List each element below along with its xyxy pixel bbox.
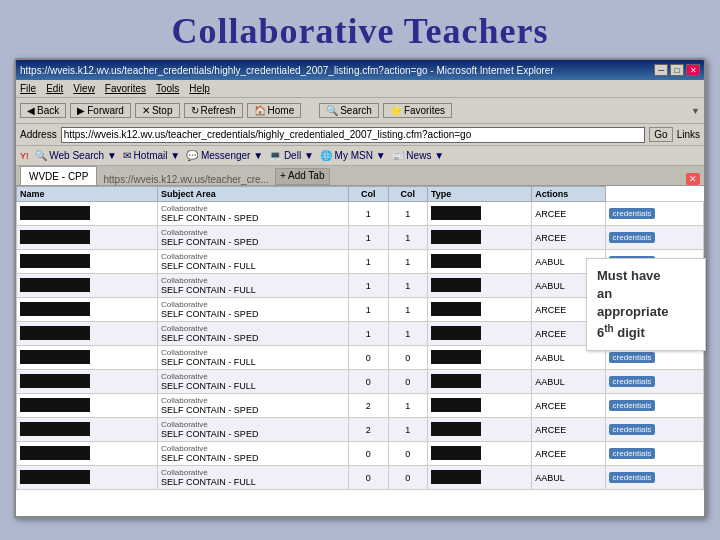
go-button[interactable]: Go [649, 127, 672, 142]
stop-button[interactable]: ✕ Stop [135, 103, 180, 118]
credentials-button[interactable]: credentials [609, 208, 656, 219]
cell-type: ARCEE [532, 226, 605, 250]
annotation-line2: an [597, 286, 612, 301]
menu-help[interactable]: Help [189, 83, 210, 94]
close-tab-button[interactable]: ✕ [686, 173, 700, 185]
cell-c4: 1 [388, 250, 427, 274]
col-redacted [431, 302, 481, 316]
address-input[interactable] [61, 127, 646, 143]
credentials-button[interactable]: credentials [609, 448, 656, 459]
cell-c4: 0 [388, 466, 427, 490]
name-redacted [20, 350, 90, 364]
cell-c3: 0 [349, 466, 388, 490]
fav-news[interactable]: 📰 News ▼ [392, 150, 444, 161]
table-row: CollaborativeSELF CONTAIN - SPED11ARCEEc… [17, 226, 704, 250]
name-redacted [20, 374, 90, 388]
tab-add-button[interactable]: + Add Tab [275, 168, 330, 185]
favorites-bar: Y! 🔍 Web Search ▼ ✉ Hotmail ▼ 💬 Messenge… [16, 146, 704, 166]
name-redacted [20, 278, 90, 292]
toolbar: ◀ Back ▶ Forward ✕ Stop ↻ Refresh 🏠 Home… [16, 98, 704, 124]
name-redacted [20, 422, 90, 436]
cell-action: credentials [605, 442, 703, 466]
close-button[interactable]: ✕ [686, 64, 700, 76]
menu-edit[interactable]: Edit [46, 83, 63, 94]
credentials-button[interactable]: credentials [609, 424, 656, 435]
col-header-actions: Actions [532, 187, 605, 202]
minimize-button[interactable]: ─ [654, 64, 668, 76]
cell-c4: 1 [388, 202, 427, 226]
menu-favorites[interactable]: Favorites [105, 83, 146, 94]
cell-c3: 0 [349, 442, 388, 466]
cell-hidden2 [427, 418, 531, 442]
cell-c4: 1 [388, 394, 427, 418]
tab-url-display[interactable]: https://wveis.k12.wv.us/teacher_cre... [99, 174, 272, 185]
forward-button[interactable]: ▶ Forward [70, 103, 131, 118]
cell-name-hidden [17, 322, 158, 346]
cell-c4: 0 [388, 346, 427, 370]
cell-name-hidden [17, 466, 158, 490]
col-redacted [431, 278, 481, 292]
cell-type: ARCEE [532, 418, 605, 442]
home-button[interactable]: 🏠 Home [247, 103, 302, 118]
credentials-button[interactable]: credentials [609, 232, 656, 243]
fav-messenger[interactable]: 💬 Messenger ▼ [186, 150, 263, 161]
cell-c3: 1 [349, 226, 388, 250]
annotation-sup: th [604, 323, 613, 334]
menu-file[interactable]: File [20, 83, 36, 94]
cell-hidden2 [427, 298, 531, 322]
cell-c4: 1 [388, 226, 427, 250]
col-redacted [431, 230, 481, 244]
cell-c3: 0 [349, 346, 388, 370]
credentials-button[interactable]: credentials [609, 376, 656, 387]
address-label: Address [20, 129, 57, 140]
menu-tools[interactable]: Tools [156, 83, 179, 94]
annotation-line5: digit [614, 325, 645, 340]
credentials-button[interactable]: credentials [609, 400, 656, 411]
search-button[interactable]: 🔍 Search [319, 103, 379, 118]
favorites-button[interactable]: ⭐ Favorites [383, 103, 452, 118]
col-redacted [431, 350, 481, 364]
fav-dell[interactable]: 💻 Dell ▼ [269, 150, 314, 161]
fav-mymsn[interactable]: 🌐 My MSN ▼ [320, 150, 386, 161]
cell-hidden2 [427, 274, 531, 298]
credentials-button[interactable]: credentials [609, 352, 656, 363]
back-button[interactable]: ◀ Back [20, 103, 66, 118]
fav-hotmail[interactable]: ✉ Hotmail ▼ [123, 150, 180, 161]
cell-subject: CollaborativeSELF CONTAIN - FULL [158, 466, 349, 490]
cell-hidden2 [427, 226, 531, 250]
cell-c4: 0 [388, 442, 427, 466]
cell-type: ARCEE [532, 202, 605, 226]
cell-hidden2 [427, 370, 531, 394]
cell-name-hidden [17, 274, 158, 298]
name-redacted [20, 206, 90, 220]
name-redacted [20, 446, 90, 460]
cell-c4: 1 [388, 274, 427, 298]
col-header-c4: Col [388, 187, 427, 202]
cell-c4: 1 [388, 322, 427, 346]
cell-hidden2 [427, 346, 531, 370]
cell-hidden2 [427, 394, 531, 418]
maximize-button[interactable]: □ [670, 64, 684, 76]
name-redacted [20, 254, 90, 268]
cell-c3: 0 [349, 370, 388, 394]
cell-action: credentials [605, 202, 703, 226]
table-row: CollaborativeSELF CONTAIN - FULL00AABULc… [17, 370, 704, 394]
menu-view[interactable]: View [73, 83, 95, 94]
name-redacted [20, 302, 90, 316]
credentials-button[interactable]: credentials [609, 472, 656, 483]
cell-subject: CollaborativeSELF CONTAIN - SPED [158, 442, 349, 466]
annotation-box: Must have an appropriate 6th digit [586, 258, 706, 351]
cell-type: ARCEE [532, 394, 605, 418]
menu-bar: File Edit View Favorites Tools Help [16, 80, 704, 98]
col-header-subject: Subject Area [158, 187, 349, 202]
annotation-line3: appropriate [597, 304, 669, 319]
name-redacted [20, 326, 90, 340]
cell-name-hidden [17, 202, 158, 226]
fav-websearch[interactable]: 🔍 Web Search ▼ [35, 150, 117, 161]
cell-subject: CollaborativeSELF CONTAIN - SPED [158, 298, 349, 322]
cell-c3: 1 [349, 274, 388, 298]
refresh-button[interactable]: ↻ Refresh [184, 103, 243, 118]
table-row: CollaborativeSELF CONTAIN - SPED21ARCEEc… [17, 394, 704, 418]
tab-wvde-cpp[interactable]: WVDE - CPP [20, 166, 97, 185]
col-header-name: Name [17, 187, 158, 202]
